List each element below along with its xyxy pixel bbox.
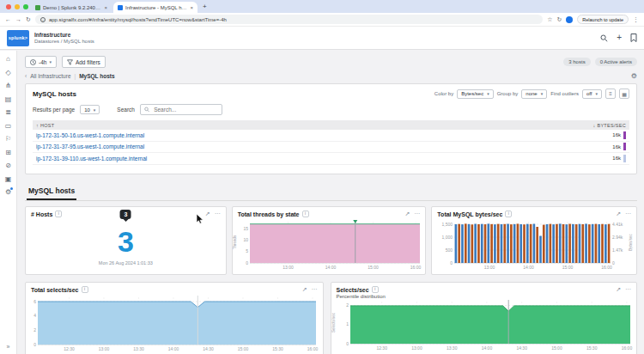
- host-column-header[interactable]: HOST: [40, 123, 54, 128]
- bookmark-star-icon[interactable]: ☆: [547, 16, 552, 23]
- info-icon[interactable]: i: [55, 211, 62, 217]
- svg-text:15:00: 15:00: [562, 265, 574, 270]
- reload-icon[interactable]: ↻: [26, 16, 31, 23]
- sidebar-item-navigators-icon[interactable]: ◇: [5, 69, 10, 76]
- bytes-value: 16k: [612, 155, 626, 162]
- more-menu-icon[interactable]: ⋯: [625, 286, 631, 293]
- svg-text:14:30: 14:30: [203, 346, 214, 351]
- search-icon[interactable]: [600, 34, 608, 42]
- relaunch-update-button[interactable]: Relaunch to update: [577, 15, 629, 24]
- color-by-value: Bytes/sec: [461, 91, 483, 96]
- group-by-value: none: [526, 91, 537, 96]
- timestamp: Mon 26 Aug 2024 1:01:33: [26, 260, 226, 266]
- svg-text:0: 0: [451, 260, 453, 266]
- new-tab-button[interactable]: +: [203, 3, 207, 10]
- add-filters-label: Add filters: [76, 59, 100, 65]
- export-icon[interactable]: ↗: [616, 286, 621, 293]
- chart-title: Selects/sec: [337, 287, 369, 293]
- more-menu-icon[interactable]: ⋯: [414, 211, 420, 217]
- add-filters-button[interactable]: Add filters: [62, 56, 106, 68]
- info-icon[interactable]: i: [372, 286, 379, 293]
- group-by-label: Group by: [497, 91, 519, 96]
- bytes-column-header[interactable]: BYTES/SEC: [597, 123, 626, 128]
- breadcrumb-back-link[interactable]: All Infrastructure: [30, 73, 70, 79]
- list-view-button[interactable]: ≡: [605, 88, 616, 99]
- navigator-settings-icon[interactable]: ⚙: [631, 72, 637, 80]
- create-icon[interactable]: +: [617, 34, 622, 42]
- chevron-left-icon[interactable]: ‹: [25, 73, 27, 79]
- find-outliers-select[interactable]: off ▾: [582, 89, 602, 99]
- close-window-icon[interactable]: [6, 4, 11, 9]
- tab-mysql-hosts[interactable]: MySQL hosts: [27, 185, 76, 200]
- sidebar-item-alerts-icon[interactable]: ⚐: [5, 135, 11, 143]
- more-menu-icon[interactable]: ⋯: [215, 211, 221, 217]
- chart-card-mysql-bytes: Total MySQL bytes/sec i ↗ ⋯ 1,5004.41k1,…: [431, 206, 637, 275]
- sidebar-item-dashboards-icon[interactable]: ▤: [5, 95, 12, 103]
- results-per-page-select[interactable]: 10 ▾: [80, 105, 100, 114]
- window-controls[interactable]: [6, 4, 28, 9]
- profile-avatar[interactable]: [566, 16, 573, 23]
- search-input[interactable]: [152, 106, 218, 113]
- svg-text:15:30: 15:30: [586, 345, 597, 351]
- time-picker[interactable]: -4h ▾: [25, 56, 57, 68]
- expand-sidebar-icon[interactable]: »: [7, 344, 10, 350]
- host-link[interactable]: ip-172-31-37-95.us-west-1.compute.intern…: [36, 143, 144, 150]
- chevron-down-icon: ▾: [94, 107, 96, 113]
- address-bar[interactable]: i app.signalfx.com/#/infra/entity/mysql/…: [35, 15, 543, 24]
- minimize-window-icon[interactable]: [15, 4, 20, 9]
- zoom-window-icon[interactable]: [23, 4, 28, 9]
- color-by-select[interactable]: Bytes/sec ▾: [457, 89, 494, 99]
- svg-text:500: 500: [446, 247, 453, 253]
- bytes-bar-chart[interactable]: 1,5004.41k1,0002.94k5001.47k0013:0014:00…: [432, 217, 635, 272]
- active-alerts-pill[interactable]: 0 Active alerts: [595, 58, 637, 66]
- more-menu-icon[interactable]: ⋯: [312, 286, 318, 293]
- search-box[interactable]: [140, 104, 222, 115]
- table-header[interactable]: ↑ HOST ↓ BYTES/SEC: [33, 120, 629, 130]
- sidebar-item-log-observer-icon[interactable]: ≣: [5, 108, 11, 116]
- close-tab-icon[interactable]: ×: [104, 5, 107, 10]
- browser-tab-1[interactable]: Demo | Splunk 9.2.2403.104 ×: [31, 2, 112, 13]
- more-menu-icon[interactable]: ⋯: [625, 211, 631, 217]
- sort-asc-icon[interactable]: ↑: [36, 123, 39, 128]
- host-link[interactable]: ip-172-31-50-16.us-west-1.compute.intern…: [36, 132, 144, 138]
- total-selects-area-chart[interactable]: 642012:3013:0013:3014:0014:3015:0015:301…: [26, 293, 321, 354]
- table-row: ip-172-31-37-95.us-west-1.compute.intern…: [33, 142, 629, 154]
- sidebar-item-data-management-icon[interactable]: ▣: [5, 175, 12, 183]
- sidebar-item-home-icon[interactable]: ⌂: [6, 55, 10, 63]
- back-icon[interactable]: ←: [5, 16, 11, 22]
- sidebar-item-apm-icon[interactable]: ⊘: [5, 162, 11, 169]
- app-titles: Infrastructure Datastores / MySQL hosts: [34, 32, 94, 45]
- export-icon[interactable]: ↗: [205, 211, 210, 217]
- tab-title: Demo | Splunk 9.2.2403.104: [43, 5, 101, 10]
- mouse-cursor: [196, 214, 204, 224]
- bookmark-icon[interactable]: [630, 34, 637, 42]
- hosts-count-pill[interactable]: 3 hosts: [563, 58, 590, 66]
- threads-area-chart[interactable]: 15105013:0014:0015:0016:00Threads: [233, 217, 424, 272]
- sidebar-item-metrics-icon[interactable]: ⊞: [5, 149, 11, 156]
- selects-area-chart[interactable]: 21012:3013:0013:3014:0014:3015:0015:3016…: [331, 299, 635, 354]
- close-tab-icon[interactable]: ×: [190, 5, 193, 10]
- sidebar-item-settings-icon[interactable]: ⚙: [5, 188, 11, 196]
- svg-text:2: 2: [33, 327, 36, 333]
- svg-text:16:00: 16:00: [307, 346, 319, 351]
- svg-text:15:00: 15:00: [238, 346, 249, 351]
- info-icon[interactable]: i: [505, 211, 512, 217]
- export-icon[interactable]: ↗: [302, 286, 307, 293]
- host-link[interactable]: ip-172-31-39-110.us-west-1.compute.inter…: [36, 156, 147, 162]
- chrome-menu-icon[interactable]: ⋮: [633, 16, 639, 23]
- navigator-breadcrumb: ‹ All Infrastructure | MySQL hosts ⚙: [25, 70, 637, 82]
- info-icon[interactable]: i: [302, 211, 309, 217]
- info-icon[interactable]: i: [82, 286, 88, 293]
- site-info-icon[interactable]: i: [40, 17, 46, 22]
- export-icon[interactable]: ↗: [616, 211, 621, 217]
- sidebar-item-messages-icon[interactable]: ▭: [5, 122, 12, 130]
- browser-tab-2[interactable]: Infrastructure - MySQL hosts ×: [113, 2, 197, 13]
- sidebar-item-infrastructure-icon[interactable]: ⋔: [5, 82, 11, 89]
- sort-desc-icon[interactable]: ↓: [593, 123, 596, 128]
- svg-text:15: 15: [243, 226, 248, 231]
- grid-view-button[interactable]: ▦: [619, 88, 629, 99]
- export-icon[interactable]: ↗: [404, 211, 410, 217]
- group-by-select[interactable]: none ▾: [521, 89, 547, 99]
- extensions-icon[interactable]: ↻: [556, 16, 562, 23]
- forward-icon[interactable]: →: [15, 16, 21, 22]
